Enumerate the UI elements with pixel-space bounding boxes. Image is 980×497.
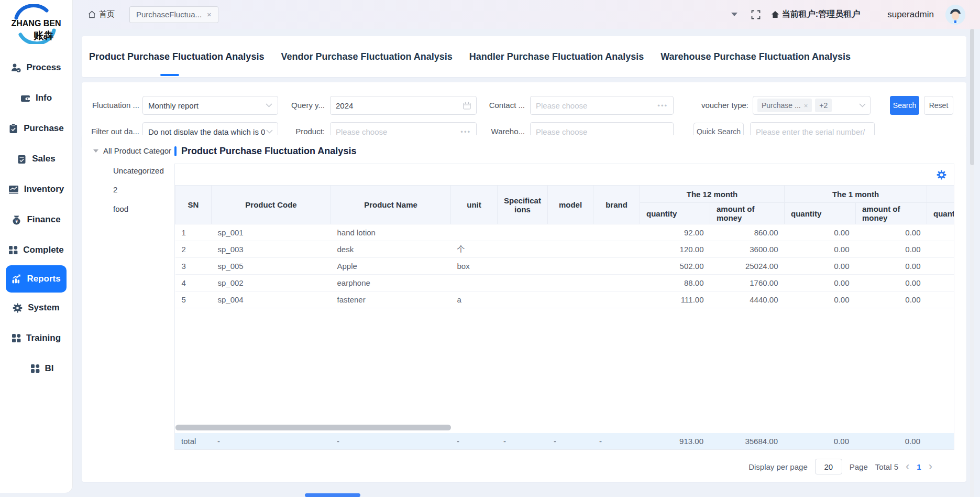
tab-handler-purchase-fluctuation[interactable]: Handler Purchase Fluctuation Analysis: [469, 51, 644, 62]
trend-box-icon: [8, 185, 19, 195]
tab-vendor-purchase-fluctuation[interactable]: Vendor Purchase Fluctuation Analysis: [281, 51, 452, 62]
voucher-type-label: voucher type:: [693, 96, 748, 115]
cell-quantity-12m: 88.00: [640, 275, 710, 291]
home-icon: [88, 10, 96, 18]
query-year-field[interactable]: 2024: [330, 96, 477, 115]
table-row[interactable]: 1 sp_001 hand lotion 92.00 860.00 0.00 0…: [175, 224, 954, 241]
cell-sn: 3: [175, 258, 212, 275]
username[interactable]: superadmin: [887, 9, 934, 20]
bottom-scrollbar-thumb[interactable]: [305, 493, 360, 497]
contact-select[interactable]: Please choose •••: [530, 96, 674, 115]
tree-node-food[interactable]: food: [113, 204, 128, 213]
total-dash: -: [331, 433, 450, 449]
cell-clipped: [927, 224, 954, 241]
page-size-select[interactable]: 20: [815, 459, 842, 474]
query-year-label: Query y...: [287, 96, 325, 115]
fluctuation-select[interactable]: Monthly report: [142, 96, 278, 115]
cell-unit: [451, 275, 498, 291]
table-row[interactable]: 5 sp_004 fastener a 111.00 4440.00 0.00 …: [175, 291, 954, 308]
cell-sn: 4: [175, 275, 212, 291]
cell-brand: [593, 241, 640, 258]
sidebar-item-sales[interactable]: Sales: [0, 144, 72, 174]
cell-quantity-1m: 0.00: [785, 224, 856, 241]
grid-icon: [30, 364, 40, 373]
voucher-more-label: +2: [819, 101, 828, 110]
current-page[interactable]: 1: [917, 462, 921, 471]
table-toolbar: [175, 164, 954, 185]
contact-placeholder: Please choose: [536, 101, 587, 110]
title-accent-bar: [174, 146, 177, 156]
caret-down-icon[interactable]: [731, 13, 737, 16]
table-row[interactable]: 2 sp_003 desk 个 120.00 3600.00 0.00 0.00: [175, 241, 954, 258]
col-model: model: [548, 186, 593, 224]
sidebar-item-complete[interactable]: Complete: [0, 235, 72, 265]
breadcrumb-home[interactable]: 首页: [88, 9, 115, 19]
sidebar-item-label: Sales: [32, 154, 55, 164]
tab-warehouse-purchase-fluctuation[interactable]: Warehouse Purchase Fluctuation Analysis: [660, 51, 851, 62]
table-row[interactable]: 3 sp_005 Apple box 502.00 25024.00 0.00 …: [175, 258, 954, 275]
vertical-scrollbar-thumb[interactable]: [970, 29, 974, 165]
sidebar-item-system[interactable]: System: [0, 293, 72, 323]
cell-clipped: [927, 241, 954, 258]
cell-brand: [593, 291, 640, 308]
home-label: 首页: [99, 9, 115, 19]
total-count-label: Total 5: [875, 462, 898, 471]
horizontal-scrollbar[interactable]: [175, 425, 451, 430]
topbar-right-group: 当前租户:管理员租户 superadmin: [731, 5, 965, 25]
tree-node-uncategorized[interactable]: Uncategorized: [113, 166, 164, 175]
sidebar-item-label: Inventory: [24, 184, 64, 195]
sidebar-item-process[interactable]: Process: [0, 52, 72, 83]
person-check-icon: [11, 63, 21, 73]
cell-quantity-12m: 120.00: [640, 241, 710, 258]
cell-amount-1m: 0.00: [856, 291, 927, 308]
avatar[interactable]: [945, 5, 965, 25]
money-bag-icon: ¥: [12, 215, 21, 225]
tree-node-2[interactable]: 2: [113, 185, 117, 194]
settings-gear-icon[interactable]: [937, 170, 946, 180]
cell-amount-1m: 0.00: [856, 224, 927, 241]
bar-chart-icon: [12, 274, 21, 284]
serial-number-input[interactable]: [756, 127, 869, 136]
tree-node-all-product-categories[interactable]: All Product Categor: [93, 146, 172, 155]
sidebar-item-purchase[interactable]: Purchase: [0, 113, 72, 144]
sidebar-item-info[interactable]: Info: [0, 83, 72, 113]
sidebar-item-finance[interactable]: ¥ Finance: [0, 204, 72, 235]
tab-product-purchase-fluctuation[interactable]: Product Purchase Fluctuation Analysis: [89, 51, 264, 62]
next-page-icon[interactable]: ›: [929, 461, 932, 472]
sidebar-item-label: Process: [26, 62, 61, 73]
sidebar-menu: Process Info Purchase Sale: [0, 52, 72, 384]
reset-button[interactable]: Reset: [924, 96, 953, 115]
display-per-page-label: Display per page: [748, 462, 808, 471]
cell-name: hand lotion: [331, 224, 451, 241]
cell-spec: [498, 291, 548, 308]
total-quantity-12m: 913.00: [640, 433, 710, 449]
table-row[interactable]: 4 sp_002 earphone 88.00 1760.00 0.00 0.0…: [175, 275, 954, 291]
sidebar-item-label: Complete: [23, 245, 63, 255]
col-sn: SN: [175, 186, 212, 224]
report-tabs-card: Product Purchase Fluctuation Analysis Ve…: [82, 36, 966, 77]
contact-label: Contact ...: [485, 96, 525, 115]
topbar-tab-purchase-fluctuation[interactable]: PurchaseFluctua... ×: [129, 6, 218, 23]
search-button[interactable]: Search: [890, 96, 919, 115]
total-clipped: [927, 433, 954, 449]
close-icon[interactable]: ×: [207, 10, 212, 19]
cell-model: [548, 241, 593, 258]
cell-spec: [498, 224, 548, 241]
cell-amount-1m: 0.00: [856, 241, 927, 258]
cell-code: sp_004: [212, 291, 331, 308]
sidebar-item-inventory[interactable]: Inventory: [0, 174, 72, 204]
sidebar-item-bi[interactable]: BI: [0, 353, 72, 384]
sidebar-item-reports[interactable]: Reports: [6, 265, 67, 293]
prev-page-icon[interactable]: ‹: [906, 461, 909, 472]
sidebar-item-label: BI: [45, 363, 54, 374]
cell-brand: [593, 258, 640, 275]
cell-name: fastener: [331, 291, 451, 308]
fullscreen-icon[interactable]: [751, 10, 761, 19]
group-12-month: The 12 month: [640, 186, 785, 203]
query-year-value: 2024: [336, 101, 353, 110]
chevron-down-icon: [266, 129, 273, 134]
sidebar-item-training[interactable]: Training: [0, 323, 72, 353]
close-icon[interactable]: ×: [804, 102, 808, 110]
analysis-table: SN Product Code Product Name unit Specif…: [175, 185, 954, 308]
voucher-type-multiselect[interactable]: Purchase ... × +2: [753, 96, 871, 115]
